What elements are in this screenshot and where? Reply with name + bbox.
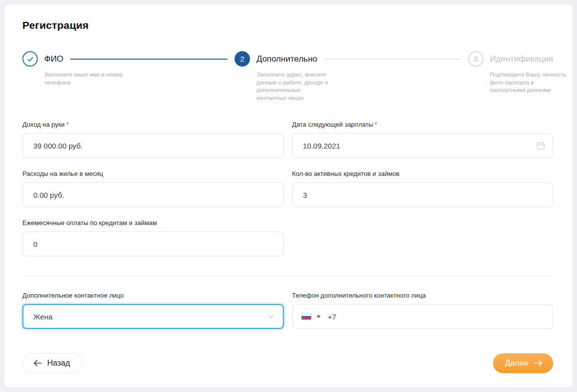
form-row-3: Ежемесячные оплаты по кредитам и займам: [22, 219, 553, 256]
step-title: ФИО: [44, 54, 63, 64]
form-row-2: Расходы на жилье в месяц Кол-во активных…: [22, 170, 553, 207]
contact-phone-label: Телефон дополнительного контактного лица: [292, 292, 554, 299]
section-divider: [22, 276, 553, 277]
registration-card: Регистрация ФИО Заполните ваше имя и ном…: [4, 4, 573, 388]
arrow-left-icon: [33, 359, 42, 367]
required-marker: *: [66, 121, 69, 128]
page-title: Регистрация: [22, 19, 553, 31]
russia-flag-icon[interactable]: [301, 314, 312, 320]
monthly-payments-field-group: Ежемесячные оплаты по кредитам и займам: [22, 219, 284, 256]
salary-date-input[interactable]: [292, 133, 554, 158]
chevron-down-icon: [267, 313, 275, 320]
contact-phone-field-group: Телефон дополнительного контактного лица…: [292, 292, 554, 329]
step-title: Дополнительно: [256, 54, 317, 64]
next-button-label: Далее: [505, 359, 528, 368]
salary-date-field-group: Дата следующей зарплаты*: [292, 121, 554, 158]
back-button[interactable]: Назад: [22, 353, 82, 373]
salary-date-label: Дата следующей зарплаты*: [292, 121, 554, 128]
housing-expenses-label: Расходы на жилье в месяц: [22, 170, 284, 177]
monthly-payments-input[interactable]: [22, 232, 284, 256]
step-description: Заполните ваше имя и номер телефона: [44, 71, 126, 86]
phone-prefix: +7: [328, 313, 336, 321]
arrow-right-icon: [534, 359, 543, 367]
additional-contact-select[interactable]: Жена: [22, 304, 284, 329]
housing-expenses-input[interactable]: [22, 182, 284, 207]
step-fio[interactable]: ФИО Заполните ваше имя и номер телефона: [22, 51, 63, 67]
housing-expenses-field-group: Расходы на жилье в месяц: [22, 170, 284, 207]
additional-contact-field-group: Дополнительное контактное лицо Жена: [22, 292, 284, 329]
next-button[interactable]: Далее: [493, 353, 553, 373]
step-description: Подтвердите Вашу личность фото паспорта …: [490, 71, 570, 94]
step-number-badge: 3: [468, 51, 484, 67]
stepper-connector-done: [70, 59, 228, 60]
contact-phone-input[interactable]: +7: [292, 304, 554, 329]
income-label: Доход на руки*: [22, 121, 284, 128]
stepper: ФИО Заполните ваше имя и номер телефона …: [22, 51, 553, 110]
credits-count-input[interactable]: [292, 182, 554, 207]
stepper-connector-pending: [324, 59, 461, 60]
income-field-group: Доход на руки*: [22, 121, 284, 158]
step-description: Заполните адрес, внесите данные о работе…: [256, 71, 331, 102]
credits-count-label: Кол-во активных кредитов и займов: [292, 170, 554, 177]
back-button-label: Назад: [47, 359, 70, 368]
additional-contact-label: Дополнительное контактное лицо: [22, 292, 284, 299]
monthly-payments-label: Ежемесячные оплаты по кредитам и займам: [22, 219, 284, 227]
income-input[interactable]: [22, 133, 284, 158]
additional-contact-value: Жена: [33, 313, 53, 321]
step-done-check-icon: [22, 51, 38, 67]
required-marker: *: [375, 121, 377, 128]
step-identification[interactable]: 3 Идентификация Подтвердите Вашу личност…: [468, 51, 553, 67]
step-number-badge: 2: [235, 51, 250, 67]
form-row-contact: Дополнительное контактное лицо Жена Теле…: [22, 292, 553, 329]
form-row-1: Доход на руки* Дата следующей зарплаты*: [22, 121, 553, 158]
footer-actions: Назад Далее: [22, 353, 553, 373]
flag-dropdown-caret-icon[interactable]: [317, 315, 321, 318]
step-title: Идентификация: [490, 54, 553, 64]
credits-count-field-group: Кол-во активных кредитов и займов: [292, 170, 554, 207]
step-additional[interactable]: 2 Дополнительно Заполните адрес, внесите…: [235, 51, 317, 67]
